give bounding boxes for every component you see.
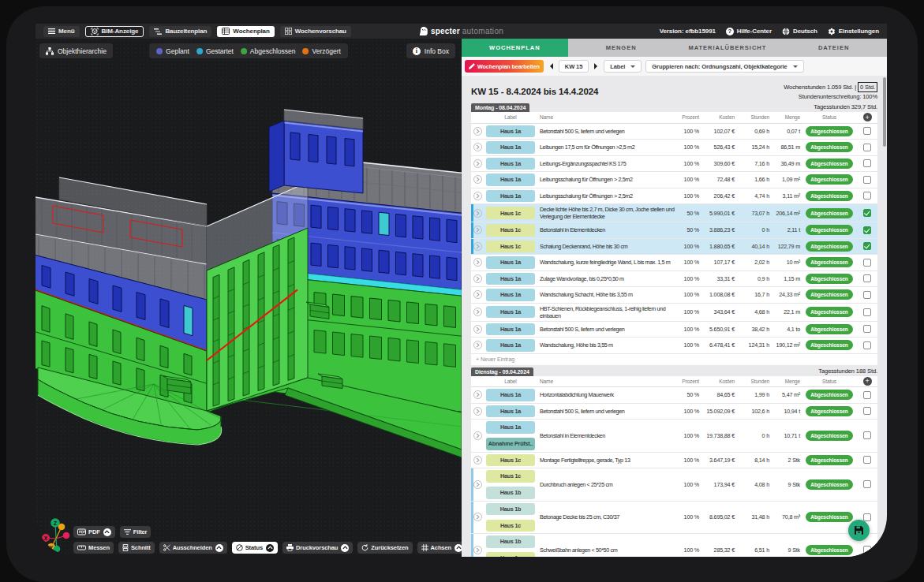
row-checkbox[interactable] (863, 144, 871, 151)
task-row[interactable]: Haus 1aAbnahme Prüfst..Betonstahl in Ele… (471, 420, 877, 453)
task-row[interactable]: Haus 1aLeibungsschalung für Öffnungen > … (471, 188, 877, 204)
expand-row-icon[interactable] (473, 209, 482, 218)
task-row[interactable]: Haus 1aHorizontalabdichtung Mauerwerk50 … (471, 387, 877, 404)
task-row[interactable]: Haus 1aLeibungs-Ergänzungsspachtel KS 17… (471, 155, 877, 172)
bim-viewport[interactable]: Objekthierarchie GeplantGestartetAbgesch… (36, 39, 462, 557)
expand-row-icon[interactable] (473, 143, 482, 151)
task-row[interactable]: Haus 1cSchalung Deckenrand, Höhe bis 30 … (471, 238, 877, 255)
language-button[interactable]: Deutsch (782, 28, 817, 35)
status-pill[interactable]: Abgeschlossen (806, 479, 852, 490)
status-pill[interactable]: Abgeschlossen (806, 431, 852, 441)
status-pill[interactable]: Abgeschlossen (806, 225, 852, 235)
add-row-button[interactable]: + (863, 113, 872, 121)
tool-ausschneiden-button[interactable]: Ausschneiden (159, 542, 227, 554)
tool-schnitt-button[interactable]: Schnitt (118, 542, 155, 554)
collapse-badge-icon[interactable] (266, 544, 274, 552)
expand-row-icon[interactable] (473, 274, 482, 283)
task-row[interactable]: Haus 1cMontage Fertigteiltreppe, gerade,… (471, 452, 877, 468)
menu-button[interactable]: Menü (43, 26, 80, 37)
row-checkbox[interactable] (863, 192, 871, 200)
row-checkbox[interactable] (863, 456, 871, 464)
expand-row-icon[interactable] (473, 480, 482, 489)
add-row-button[interactable]: + (863, 377, 872, 386)
task-row[interactable]: Haus 1aWandschalung, kurze feingliedrige… (471, 255, 877, 271)
panel-scrollbar[interactable] (883, 76, 887, 557)
row-checkbox[interactable] (863, 242, 871, 250)
label-filter-select[interactable]: Label (604, 60, 642, 73)
expand-row-icon[interactable] (473, 431, 482, 440)
status-pill[interactable]: Abgeschlossen (806, 307, 852, 317)
row-checkbox[interactable] (863, 407, 871, 415)
expand-row-icon[interactable] (473, 341, 482, 349)
status-pill[interactable]: Abgeschlossen (806, 390, 852, 400)
tool-filter-button[interactable]: Filter (120, 526, 152, 538)
object-hierarchy-button[interactable]: Objekthierarchie (39, 43, 113, 58)
status-pill[interactable]: Abgeschlossen (806, 455, 852, 465)
row-checkbox[interactable] (863, 308, 871, 316)
tab-materialübersicht[interactable]: MATERIALÜBERSICHT (675, 39, 781, 57)
task-row[interactable]: Haus 1aBetonstahl 500 S, liefern und ver… (471, 123, 877, 140)
settings-button[interactable]: Einstellungen (828, 28, 879, 35)
status-pill[interactable]: Abgeschlossen (806, 208, 852, 218)
tool-achsen-button[interactable]: Achsen (417, 542, 467, 554)
tab-mengen[interactable]: MENGEN (568, 39, 675, 57)
expand-row-icon[interactable] (473, 290, 482, 299)
expand-row-icon[interactable] (473, 242, 482, 251)
collapse-badge-icon[interactable] (341, 544, 349, 552)
edit-weekplan-button[interactable]: Wochenplan bearbeiten (465, 60, 544, 73)
status-pill[interactable]: Abgeschlossen (806, 174, 852, 185)
status-pill[interactable]: Abgeschlossen (806, 340, 852, 350)
building-model[interactable] (36, 39, 462, 557)
row-checkbox[interactable] (863, 480, 871, 488)
task-row[interactable]: Haus 1aBetonstahl 500 S, liefern und ver… (471, 321, 877, 338)
expand-row-icon[interactable] (473, 456, 482, 464)
new-entry-button[interactable]: + Neuer Eintrag (471, 354, 877, 365)
expand-row-icon[interactable] (473, 226, 482, 234)
collapse-badge-icon[interactable] (215, 544, 223, 552)
expand-row-icon[interactable] (473, 390, 482, 399)
tool-druckvorschau-button[interactable]: Druckvorschau (282, 542, 353, 554)
row-checkbox[interactable] (863, 341, 871, 349)
tool-status-button[interactable]: Status (232, 542, 278, 554)
expand-row-icon[interactable] (473, 546, 482, 554)
prev-week-button[interactable] (548, 62, 555, 70)
status-pill[interactable]: Abgeschlossen (806, 289, 852, 300)
row-checkbox[interactable] (863, 274, 871, 282)
row-checkbox[interactable] (863, 127, 871, 135)
row-checkbox[interactable] (863, 391, 871, 399)
expand-row-icon[interactable] (473, 407, 482, 416)
status-pill[interactable]: Abgeschlossen (806, 274, 852, 284)
status-pill[interactable]: Abgeschlossen (806, 257, 852, 267)
status-pill[interactable]: Abgeschlossen (806, 406, 852, 416)
save-button[interactable] (848, 520, 870, 541)
task-row[interactable]: Haus 1aZulage Wandvorlage, bis 0,25*0,50… (471, 270, 877, 287)
expand-row-icon[interactable] (473, 127, 482, 136)
week-selector[interactable]: KW 15 (559, 60, 589, 73)
scrollbar-thumb[interactable] (883, 77, 887, 147)
row-checkbox[interactable] (863, 226, 871, 234)
row-checkbox[interactable] (863, 431, 871, 439)
info-box-button[interactable]: i Info Box (406, 43, 455, 58)
status-pill[interactable]: Abgeschlossen (806, 241, 852, 252)
task-row[interactable]: Haus 1aHBT-Schienen, Rückbiegeanschluss,… (471, 303, 877, 321)
tab-dateien[interactable]: DATEIEN (780, 39, 887, 57)
collapse-badge-icon[interactable] (103, 528, 111, 536)
expand-row-icon[interactable] (473, 159, 482, 168)
tool-zurcksetzen-button[interactable]: Zurücksetzen (357, 542, 412, 554)
status-pill[interactable]: Abgeschlossen (806, 512, 852, 522)
row-checkbox[interactable] (863, 159, 871, 167)
status-pill[interactable]: Abgeschlossen (806, 545, 852, 555)
task-row[interactable]: Haus 1cDecke lichte Höhe bis 2,7 m, Dick… (471, 204, 877, 222)
status-pill[interactable]: Abgeschlossen (806, 324, 852, 334)
row-checkbox[interactable] (863, 209, 871, 217)
row-checkbox[interactable] (863, 291, 871, 299)
wochenplan-button[interactable]: Wochenplan (217, 26, 274, 37)
status-pill[interactable]: Abgeschlossen (806, 159, 852, 169)
task-row[interactable]: Haus 1aWandschalung Schacht, Höhe bis 3,… (471, 287, 877, 304)
expand-row-icon[interactable] (473, 175, 482, 184)
tab-wochenplan[interactable]: WOCHENPLAN (462, 39, 568, 57)
bauzeitenplan-button[interactable]: Bauzeitenplan (149, 26, 211, 37)
expand-row-icon[interactable] (473, 513, 482, 521)
task-row[interactable]: Haus 1bHaus 1cSchweißbahn anlegen < 50*5… (471, 534, 877, 558)
task-row[interactable]: Haus 1cHaus 1bDurchbruch anlegen < 25*25… (471, 468, 877, 502)
